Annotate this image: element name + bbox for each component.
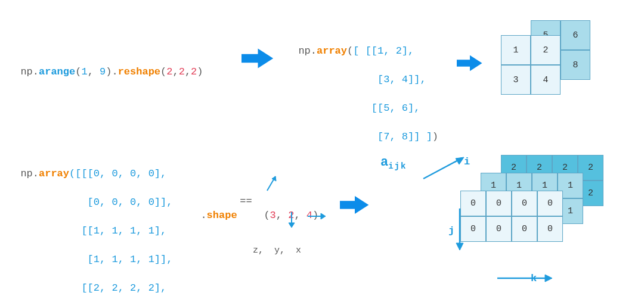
flow-arrow-icon [457,52,483,74]
stack-cell: 0 [486,191,512,216]
code-arange-reshape: np.arange(1, 9).reshape(2,2,2) [8,51,203,79]
cube-cell: 8 [561,50,590,80]
cube-cell: 1 [501,35,531,65]
stack-cell: 0 [460,216,486,242]
stack-cell: 0 [486,216,512,242]
array-fn: array [317,45,347,57]
stack-cell: 0 [512,191,537,216]
svg-marker-0 [242,49,273,69]
stack-cell: 0 [512,216,537,242]
reshape-fn: reshape [118,66,160,77]
shape-label: .shape [188,194,237,223]
svg-marker-8 [340,196,369,214]
aijk-label: aijk [380,155,407,171]
zyx-label: z, y, x [253,245,301,256]
cube-cell: 3 [501,65,531,95]
cube-cell: 6 [561,20,590,50]
array-fn: array [39,168,69,179]
stack-cell: 0 [537,191,563,216]
svg-marker-5 [289,223,295,228]
axis-arrow-icon [265,173,279,196]
j-label: j [448,225,454,236]
svg-marker-7 [321,213,326,219]
svg-line-9 [423,160,459,179]
stack-cell: 0 [537,216,563,242]
axis-arrow-icon [306,211,327,225]
flow-arrow-icon [340,193,370,217]
code-array-222: np.array([ [[1, 2], [3, 4]], [[5, 6], [7… [286,30,438,144]
svg-marker-1 [457,55,482,71]
stack-cell: 0 [460,191,486,216]
flow-arrow-icon [242,46,274,70]
np-kw: np [20,66,32,77]
axis-arrow-icon [286,211,297,232]
cube-222-diagram: 5 6 7 8 1 2 3 4 [495,20,614,110]
cube-cell: 2 [531,35,561,65]
arange-fn: arange [39,66,75,77]
code-array-324: np.array([[[0, 0, 0, 0], [0, 0, 0, 0]], … [8,152,179,305]
stack-324-diagram: 222222221111111100000000 [460,155,639,280]
cube-cell: 4 [531,65,561,95]
